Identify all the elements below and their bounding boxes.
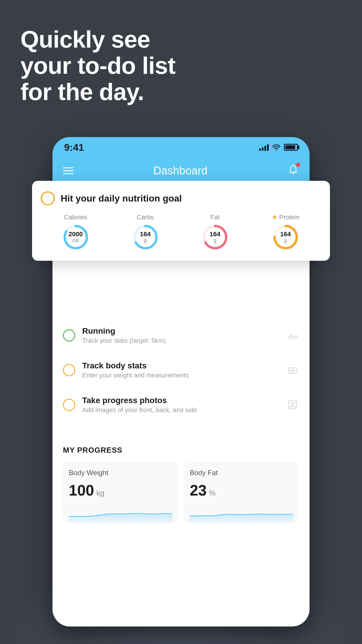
progress-title: MY PROGRESS [63, 446, 299, 455]
headline: Quickly see your to-do list for the day. [20, 26, 342, 105]
notification-button[interactable] [287, 164, 299, 177]
fat-ring: 164 g [202, 224, 228, 250]
body-fat-value: 23 [190, 482, 207, 499]
calories-label: Calories [64, 214, 87, 221]
todo-subtitle-running: Track your stats (target: 5km) [82, 337, 279, 344]
carbs-label: Carbs [137, 214, 154, 221]
app-title: Dashboard [153, 164, 208, 177]
todo-subtitle-photos: Add images of your front, back, and side [82, 406, 279, 414]
body-fat-card[interactable]: Body Fat 23 % [184, 462, 299, 524]
battery-icon [284, 144, 298, 151]
body-weight-value: 100 [69, 482, 94, 499]
goal-checkbox[interactable] [41, 191, 55, 205]
todo-item-photos[interactable]: Take progress photos Add images of your … [52, 388, 310, 422]
todo-circle-body-stats [63, 364, 75, 376]
scale-icon [286, 364, 299, 377]
protein-ring: 164 g [273, 224, 299, 250]
todo-circle-photos [63, 399, 75, 411]
protein-star-icon: ★ [272, 214, 277, 221]
app-header: Dashboard [52, 158, 310, 184]
calories-value: 2000 [68, 231, 83, 238]
todo-title-body-stats: Track body stats [82, 361, 279, 370]
nutrition-calories: Calories 2000 cal [63, 214, 89, 250]
status-bar: 9:41 [52, 137, 310, 158]
carbs-ring: 164 g [132, 224, 159, 250]
fat-label: Fat [210, 214, 220, 221]
nutrition-protein: ★ Protein 164 g [272, 214, 300, 250]
nutrition-carbs: Carbs 164 g [132, 214, 159, 250]
progress-cards: Body Weight 100 kg [63, 462, 299, 524]
calories-unit: cal [68, 238, 83, 244]
goal-title: Hit your daily nutrition goal [61, 193, 182, 204]
body-weight-sparkline [69, 505, 172, 522]
fat-unit: g [210, 238, 220, 244]
todo-text-body-stats: Track body stats Enter your weight and m… [82, 361, 279, 379]
todo-item-body-stats[interactable]: Track body stats Enter your weight and m… [52, 353, 310, 388]
body-fat-value-row: 23 % [190, 482, 293, 499]
carbs-value: 164 [140, 231, 151, 238]
body-fat-unit: % [209, 489, 216, 498]
carbs-unit: g [140, 238, 151, 244]
body-weight-label: Body Weight [69, 469, 172, 477]
svg-point-0 [276, 149, 277, 150]
todo-title-running: Running [82, 326, 279, 336]
body-weight-value-row: 100 kg [69, 482, 172, 499]
status-time: 9:41 [64, 142, 84, 153]
floating-nutrition-card: Hit your daily nutrition goal Calories 2… [32, 181, 330, 261]
body-weight-unit: kg [96, 489, 104, 498]
todo-text-photos: Take progress photos Add images of your … [82, 396, 279, 414]
status-icons [259, 144, 298, 151]
nutrition-fat: Fat 164 g [202, 214, 228, 250]
protein-label: ★ Protein [272, 214, 300, 221]
todo-list: Running Track your stats (target: 5km) T… [52, 318, 310, 422]
todo-item-running[interactable]: Running Track your stats (target: 5km) [52, 318, 310, 353]
fat-value: 164 [210, 231, 220, 238]
progress-section: MY PROGRESS Body Weight 100 kg [52, 437, 310, 532]
phone-top: 9:41 [52, 137, 310, 184]
headline-text: Quickly see your to-do list for the day. [20, 26, 342, 105]
todo-title-photos: Take progress photos [82, 396, 279, 405]
protein-unit: g [280, 238, 291, 244]
todo-text-running: Running Track your stats (target: 5km) [82, 326, 279, 344]
card-header: Hit your daily nutrition goal [41, 191, 321, 205]
calories-ring: 2000 cal [63, 224, 89, 250]
shoe-icon [286, 329, 299, 342]
svg-point-4 [291, 402, 294, 405]
wifi-icon [272, 144, 280, 150]
body-fat-sparkline [190, 505, 293, 522]
todo-circle-running [63, 329, 75, 342]
notification-dot [296, 163, 300, 167]
body-weight-card[interactable]: Body Weight 100 kg [63, 462, 178, 524]
person-icon [286, 398, 299, 411]
signal-icon [259, 144, 269, 151]
menu-button[interactable] [63, 167, 73, 174]
body-fat-label: Body Fat [190, 469, 293, 477]
todo-subtitle-body-stats: Enter your weight and measurements [82, 372, 279, 379]
nutrition-row: Calories 2000 cal Carbs [41, 214, 321, 250]
protein-value: 164 [280, 231, 291, 238]
